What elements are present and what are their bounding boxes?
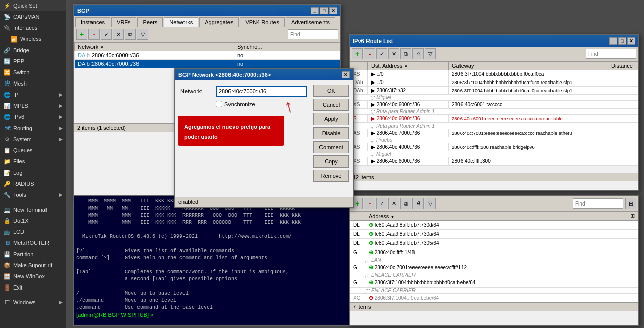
col-flags[interactable] [350,212,365,221]
sidebar-item-interfaces[interactable]: 🔌 Interfaces [0,22,66,33]
table-row[interactable]: S ▶ 2806:40c:6000::/36 2806:40c:6001:eee… [350,115,638,123]
sidebar-item-files[interactable]: 📁 Files [0,156,66,167]
col-synchro[interactable]: Synchro... [234,43,340,51]
tab-vpn4-routes[interactable]: VPN4 Routes [240,17,285,27]
remove-button[interactable]: - [88,29,100,40]
remove-button[interactable]: - [364,198,375,209]
tab-aggregates[interactable]: Aggregates [199,17,239,27]
sidebar-item-switch[interactable]: 🔀 Switch [0,67,66,78]
check-button[interactable]: ✓ [376,198,387,209]
print-button[interactable]: 🖨 [412,198,424,209]
cross-button[interactable]: ✕ [113,29,124,40]
sidebar-item-bridge[interactable]: 🔗 Bridge [0,45,66,56]
col-address[interactable]: Address ▼ [365,212,627,221]
sidebar-item-radius[interactable]: 🔑 RADIUS [0,178,66,189]
sidebar-item-capsman[interactable]: 📡 CAPsMAN [0,11,66,22]
sidebar-item-mesh[interactable]: 🕸 Mesh [0,78,66,89]
sidebar-item-meta-router[interactable]: 🖥 MetaROUTER [0,237,66,249]
table-row[interactable]: DL ⊕ fe80::4aa9:8aff:feb7:7305/64 [350,239,638,248]
copy-button[interactable]: ⧉ [400,48,411,59]
table-row[interactable]: DL ⊕ fe80::4aa9:8aff:feb7:730a/64 [350,230,638,239]
print-button[interactable]: 🖨 [412,48,424,59]
table-row[interactable]: DA b 2806:40c:6000::/36 no [75,51,340,60]
col-extra[interactable]: ⊞ [627,212,638,221]
cross-button[interactable]: ✕ [388,198,399,209]
remove-button[interactable]: Remove [313,170,349,182]
cancel-button[interactable]: Cancel [313,99,349,111]
sidebar-item-routing[interactable]: 🗺 Routing ▶ [0,122,66,134]
sidebar-item-mpls[interactable]: 📊 MPLS ▶ [0,100,66,111]
table-row[interactable]: DL ⊕ fe80::4aa9:8aff:feb7:730d/64 [350,221,638,230]
addr-extra-btn[interactable]: ⊞ [625,198,636,209]
copy-button[interactable]: ⧉ [400,198,411,209]
bgp-search-input[interactable] [288,29,338,39]
table-row[interactable]: DA b 2806:40c:7000::/36 no [75,60,340,68]
sidebar-item-exit[interactable]: 🚪 Exit [0,282,66,293]
check-button[interactable]: ✓ [101,29,112,40]
ipv6-maximize-button[interactable]: □ [618,37,626,45]
cross-button[interactable]: ✕ [388,48,399,59]
filter-button[interactable]: ▽ [137,29,148,40]
filter-button[interactable]: ▽ [425,198,436,209]
check-button[interactable]: ✓ [376,48,387,59]
sidebar-item-new-winbox[interactable]: 🪟 New WinBox [0,271,66,282]
sidebar-item-system[interactable]: ⚙ System ▶ [0,134,66,145]
sidebar-item-queues[interactable]: 📋 Queues [0,145,66,156]
table-row[interactable]: DAb ▶ 2806:3f7::/32 2806:3f7:1004:bbbb:b… [350,87,638,95]
table-row[interactable]: XS ▶ ::/0 2806:3f7:1004:bbbb:bbbb:bbbb:f… [350,70,638,78]
table-row[interactable]: DAb ▶ ::/0 2806:3f7:1004:bbbb:bbbb:bbbb:… [350,78,638,87]
bgp-minimize-button[interactable]: _ [311,7,319,14]
sidebar-item-quick-set[interactable]: ⚡ Quick Set [0,0,66,11]
ipv6-minimize-button[interactable]: _ [609,37,617,45]
sidebar-item-tools[interactable]: 🔧 Tools ▶ [0,189,66,200]
copy-button[interactable]: ⧉ [125,29,136,40]
sidebar-item-ipv6[interactable]: 🌐 IPv6 ▶ [0,111,66,122]
sidebar-item-partition[interactable]: 💾 Partition [0,249,66,260]
filter-button[interactable]: ▽ [425,48,436,59]
table-row[interactable]: G ⊕ 2806:40c:ffff::1/48 [350,248,638,257]
sidebar-item-windows[interactable]: 🗔 Windows ▶ [0,297,66,308]
col-dst[interactable]: Dst. Address ▼ [368,62,449,70]
sidebar-item-wireless[interactable]: 📶 Wireless [0,33,66,45]
table-row[interactable]: XS ▶ 2806:40c:6000::/36 2806:40c:6001::a… [350,101,638,109]
sidebar-item-make-supout[interactable]: 📦 Make Supout.rif [0,260,66,271]
tab-advertisements[interactable]: Advertisements [286,17,335,27]
apply-button[interactable]: Apply [313,113,349,125]
tab-vrfs[interactable]: VRFs [111,17,136,27]
table-row[interactable]: G ⊕ 2806:3f7:1004:bbbb:bbbb:bbbb:f0ca:be… [350,278,638,288]
add-button[interactable]: + [352,48,363,59]
dialog-close-button[interactable]: ✕ [342,71,350,78]
remove-button[interactable]: - [364,48,375,59]
table-row[interactable]: XG ⊖ 2806:3f7:1004::f0ca:bebe/64 [350,294,638,303]
ipv6-search-input[interactable] [586,49,636,59]
table-row[interactable]: AS ▶ 2806:40c:4000::/36 2806:40c:ffff::2… [350,143,638,151]
ok-button[interactable]: OK [313,85,349,97]
table-row[interactable]: G ⊕ 2806:40c:7001:eeee:eeee:eeee:a:ffff/… [350,263,638,272]
table-row[interactable]: XS ▶ 2806:40c:6000::/36 2806:40c:ffff::3… [350,157,638,166]
comment-button[interactable]: Comment [313,141,349,153]
bgp-close-button[interactable]: ✕ [329,7,337,14]
add-button[interactable]: + [76,29,87,40]
sidebar-item-ip[interactable]: 🌐 IP ▶ [0,89,66,100]
tab-instances[interactable]: Instances [75,17,110,27]
sidebar-item-new-terminal[interactable]: 💻 New Terminal [0,204,66,215]
col-gateway[interactable]: Gateway [449,62,608,70]
tab-peers[interactable]: Peers [137,17,163,27]
sidebar-item-log[interactable]: 📝 Log [0,167,66,178]
tab-networks[interactable]: Networks [164,17,198,27]
files-icon: 📁 [3,157,11,166]
sidebar: ⚡ Quick Set 📡 CAPsMAN 🔌 Interfaces 📶 Wir… [0,0,66,328]
copy-button[interactable]: Copy [313,155,349,168]
disable-button[interactable]: Disable [313,127,349,139]
col-network[interactable]: Network ▼ [75,43,234,51]
sidebar-item-dot1x[interactable]: 🔒 Dot1X [0,215,66,226]
sidebar-item-ppp[interactable]: 🔄 PPP [0,56,66,67]
synchronize-checkbox[interactable] [216,101,222,107]
addr-search-input[interactable] [573,198,623,209]
ipv6-close-button[interactable]: ✕ [627,37,635,45]
network-input[interactable] [216,86,307,97]
sidebar-item-lcd[interactable]: 📺 LCD [0,226,66,237]
table-row[interactable]: AS ▶ 2806:40c:7000::/36 2806:40c:7001:ee… [350,129,638,137]
col-distance[interactable]: Distance [608,62,638,70]
bgp-maximize-button[interactable]: □ [320,7,328,14]
